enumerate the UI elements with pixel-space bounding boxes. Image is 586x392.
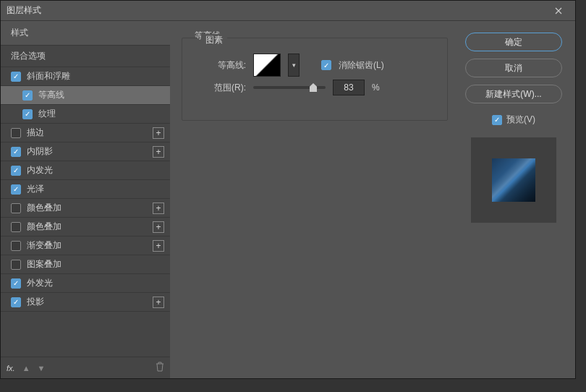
style-label: 图案叠加 [27, 258, 164, 270]
contour-dropdown[interactable]: ▾ [288, 54, 300, 77]
style-label: 渐变叠加 [27, 239, 153, 252]
dialog-body: 样式 混合选项 斜面和浮雕等高线纹理描边+内阴影+内发光光泽颜色叠加+颜色叠加+… [1, 21, 575, 378]
style-item-10[interactable]: 图案叠加 [1, 255, 170, 274]
style-label: 外发光 [27, 277, 164, 289]
add-effect-icon[interactable]: + [153, 146, 164, 158]
preview-checkbox[interactable] [492, 115, 502, 125]
style-checkbox[interactable] [11, 147, 21, 157]
style-checkbox[interactable] [11, 128, 21, 138]
style-item-2[interactable]: 纹理 [1, 105, 170, 124]
style-label: 描边 [27, 127, 153, 139]
style-label: 光泽 [27, 183, 164, 195]
move-up-icon[interactable]: ▲ [22, 364, 30, 372]
style-checkbox[interactable] [11, 203, 21, 213]
antialias-checkbox[interactable] [321, 60, 331, 70]
contour-row: 等高线: ▾ 消除锯齿(L) [194, 54, 436, 77]
style-item-12[interactable]: 投影+ [1, 293, 170, 312]
close-button[interactable] [548, 1, 569, 20]
chevron-down-icon: ▾ [292, 61, 296, 69]
style-item-1[interactable]: 等高线 [1, 86, 170, 105]
add-effect-icon[interactable]: + [153, 297, 164, 308]
fx-menu-button[interactable]: fx. [7, 364, 15, 372]
preview-toggle-row: 预览(V) [465, 114, 562, 126]
style-item-11[interactable]: 外发光 [1, 274, 170, 293]
style-label: 纹理 [38, 108, 164, 120]
style-label: 颜色叠加 [27, 202, 153, 214]
style-checkbox[interactable] [11, 166, 21, 176]
action-panel: 确定 取消 新建样式(W)... 预览(V) [459, 21, 575, 378]
new-style-button[interactable]: 新建样式(W)... [465, 85, 562, 103]
range-row: 范围(R): 83 % [194, 80, 436, 95]
dialog-title: 图层样式 [7, 4, 548, 17]
style-label: 斜面和浮雕 [27, 70, 164, 82]
style-label: 颜色叠加 [27, 221, 153, 233]
style-item-7[interactable]: 颜色叠加+ [1, 199, 170, 218]
style-item-6[interactable]: 光泽 [1, 180, 170, 199]
preview-image [492, 158, 535, 202]
style-item-4[interactable]: 内阴影+ [1, 142, 170, 161]
fieldset-legend: 图素 [201, 34, 227, 46]
close-icon [555, 7, 562, 14]
style-list: 斜面和浮雕等高线纹理描边+内阴影+内发光光泽颜色叠加+颜色叠加+渐变叠加+图案叠… [1, 67, 170, 357]
preview-label: 预览(V) [506, 114, 535, 126]
element-fieldset: 图素 等高线: ▾ 消除锯齿(L) 范围(R): 83 [182, 38, 448, 121]
style-item-0[interactable]: 斜面和浮雕 [1, 67, 170, 86]
slider-thumb[interactable] [310, 83, 317, 92]
settings-panel: 等高线 图素 等高线: ▾ 消除锯齿(L) 范围(R): [170, 21, 459, 378]
antialias-label: 消除锯齿(L) [339, 59, 384, 72]
titlebar[interactable]: 图层样式 [1, 1, 575, 21]
add-effect-icon[interactable]: + [153, 221, 164, 233]
style-item-8[interactable]: 颜色叠加+ [1, 218, 170, 237]
ok-button[interactable]: 确定 [465, 33, 562, 51]
style-checkbox[interactable] [11, 241, 21, 251]
range-slider[interactable] [253, 86, 326, 89]
trash-icon[interactable] [156, 362, 164, 374]
contour-label: 等高线: [194, 59, 246, 72]
style-checkbox[interactable] [11, 278, 21, 289]
style-checkbox[interactable] [11, 297, 21, 307]
style-checkbox[interactable] [11, 260, 21, 270]
styles-panel: 样式 混合选项 斜面和浮雕等高线纹理描边+内阴影+内发光光泽颜色叠加+颜色叠加+… [1, 21, 170, 378]
style-checkbox[interactable] [22, 109, 33, 119]
range-unit: % [372, 82, 380, 93]
style-item-3[interactable]: 描边+ [1, 124, 170, 142]
range-label: 范围(R): [194, 82, 246, 94]
styles-header[interactable]: 样式 [1, 21, 170, 46]
range-value-input[interactable]: 83 [333, 80, 365, 95]
add-effect-icon[interactable]: + [153, 240, 164, 252]
style-label: 投影 [27, 296, 153, 308]
move-down-icon[interactable]: ▼ [38, 364, 46, 372]
style-checkbox[interactable] [11, 222, 21, 232]
add-effect-icon[interactable]: + [153, 203, 164, 214]
style-label: 内发光 [27, 164, 164, 176]
style-item-5[interactable]: 内发光 [1, 161, 170, 180]
style-item-9[interactable]: 渐变叠加+ [1, 237, 170, 255]
style-checkbox[interactable] [11, 72, 21, 82]
blend-options-header[interactable]: 混合选项 [1, 46, 170, 67]
style-label: 内阴影 [27, 145, 153, 158]
cancel-button[interactable]: 取消 [465, 59, 562, 77]
style-label: 等高线 [38, 89, 164, 101]
style-checkbox[interactable] [11, 184, 21, 195]
add-effect-icon[interactable]: + [153, 127, 164, 139]
styles-footer: fx. ▲ ▼ [1, 357, 170, 378]
preview-thumbnail [471, 137, 556, 223]
style-checkbox[interactable] [22, 90, 33, 101]
contour-picker[interactable] [253, 54, 281, 77]
layer-style-dialog: 图层样式 样式 混合选项 斜面和浮雕等高线纹理描边+内阴影+内发光光泽颜色叠加+… [0, 0, 576, 379]
